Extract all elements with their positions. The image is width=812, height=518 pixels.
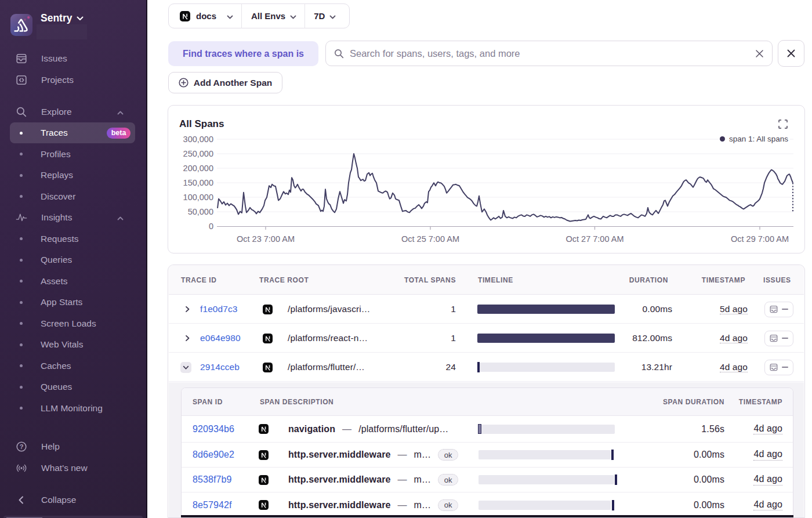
svg-text:300,000: 300,000 [183, 135, 213, 144]
svg-text:250,000: 250,000 [183, 149, 213, 158]
svg-text:150,000: 150,000 [183, 178, 213, 187]
svg-text:Oct 29 7:00 AM: Oct 29 7:00 AM [731, 234, 789, 244]
svg-text:?: ? [20, 443, 24, 450]
svg-text:50,000: 50,000 [188, 207, 213, 216]
svg-text:Oct 25 7:00 AM: Oct 25 7:00 AM [401, 234, 459, 244]
svg-text:Oct 27 7:00 AM: Oct 27 7:00 AM [566, 234, 624, 244]
svg-text:200,000: 200,000 [183, 164, 213, 173]
svg-text:Oct 23 7:00 AM: Oct 23 7:00 AM [237, 234, 295, 244]
svg-text:100,000: 100,000 [183, 193, 213, 202]
svg-text:0: 0 [209, 222, 213, 231]
